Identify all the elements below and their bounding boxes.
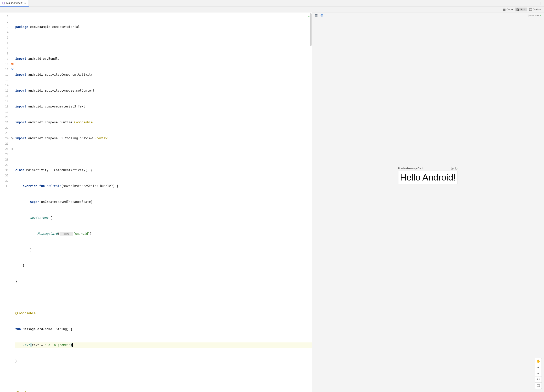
svg-point-1	[541, 2, 541, 3]
interactive-preview-icon[interactable]	[451, 167, 454, 170]
layers-icon[interactable]	[320, 13, 324, 18]
svg-point-11	[12, 138, 13, 139]
split-icon	[516, 8, 519, 11]
svg-rect-9	[12, 64, 12, 65]
file-tab-mainactivity[interactable]: MainActivity.kt ×	[0, 0, 29, 6]
class-gutter-icon[interactable]	[11, 62, 14, 66]
tabbar-overflow-icon[interactable]	[538, 1, 544, 6]
file-tab-label: MainActivity.kt	[6, 2, 23, 5]
svg-rect-5	[518, 9, 519, 11]
kotlin-file-icon	[2, 2, 5, 5]
close-tab-icon[interactable]: ×	[24, 2, 27, 5]
split-area: 1 2 3 4 5 6 7 8 9 10 11 12 13 14 15 16 1…	[0, 12, 544, 392]
zoom-in-button[interactable]: +	[535, 364, 542, 370]
list-icon	[503, 8, 506, 11]
code-area[interactable]: package com.example.composetutorial impo…	[15, 12, 312, 392]
svg-rect-13	[315, 14, 316, 15]
svg-rect-7	[11, 63, 13, 65]
deploy-preview-icon[interactable]	[455, 167, 458, 170]
svg-rect-4	[517, 9, 518, 11]
svg-rect-19	[456, 167, 457, 169]
image-icon	[529, 8, 532, 11]
zoom-1to1-button[interactable]: 1:1	[535, 376, 542, 383]
preview-canvas[interactable]: PreviewMessageCard Hello Android!	[312, 18, 544, 392]
svg-rect-14	[316, 14, 318, 15]
zoom-controls: ✋ + − 1:1	[535, 358, 542, 389]
viewmode-design-label: Design	[533, 8, 541, 11]
svg-rect-8	[12, 64, 13, 64]
svg-point-18	[452, 168, 454, 169]
gutter: 1 2 3 4 5 6 7 8 9 10 11 12 13 14 15 16 1…	[0, 12, 15, 392]
pan-button[interactable]: ✋	[535, 358, 542, 364]
preview-card: PreviewMessageCard Hello Android!	[398, 167, 458, 184]
preview-pane: Up-to-date ✔ PreviewMessageCard	[312, 12, 544, 392]
analysis-ok-icon[interactable]: ✔	[308, 14, 310, 19]
editor-scrollbar[interactable]	[310, 13, 312, 46]
preview-status: Up-to-date ✔	[527, 14, 542, 17]
svg-rect-20	[537, 385, 540, 387]
preview-rendered-text: Hello Android!	[398, 171, 458, 184]
zoom-fit-button[interactable]	[535, 383, 542, 389]
ide-window: MainActivity.kt × Code Split Design	[0, 0, 544, 392]
svg-point-10	[11, 69, 13, 70]
viewmode-split[interactable]: Split	[515, 7, 527, 12]
svg-rect-15	[315, 16, 316, 17]
run-preview-gutter-icon[interactable]	[11, 147, 14, 150]
editor-pane: 1 2 3 4 5 6 7 8 9 10 11 12 13 14 15 16 1…	[0, 12, 312, 392]
viewmode-code[interactable]: Code	[501, 7, 514, 12]
viewmode-code-label: Code	[507, 8, 513, 11]
preview-composable-label: PreviewMessageCard	[398, 167, 458, 170]
svg-rect-12	[11, 148, 12, 150]
preview-status-label: Up-to-date	[527, 14, 539, 17]
editor-tabbar: MainActivity.kt ×	[0, 0, 544, 7]
refresh-preview-icon[interactable]	[314, 13, 318, 18]
zoom-out-button[interactable]: −	[535, 370, 542, 376]
viewmode-split-label: Split	[520, 8, 525, 11]
viewmode-design[interactable]: Design	[527, 7, 543, 12]
override-gutter-icon[interactable]	[11, 68, 14, 71]
svg-point-2	[541, 3, 541, 4]
viewmode-bar: Code Split Design	[0, 7, 544, 12]
svg-rect-16	[316, 16, 318, 17]
svg-point-3	[541, 4, 541, 5]
settings-gutter-icon[interactable]	[11, 137, 14, 140]
preview-toolbar: Up-to-date ✔	[312, 12, 544, 18]
